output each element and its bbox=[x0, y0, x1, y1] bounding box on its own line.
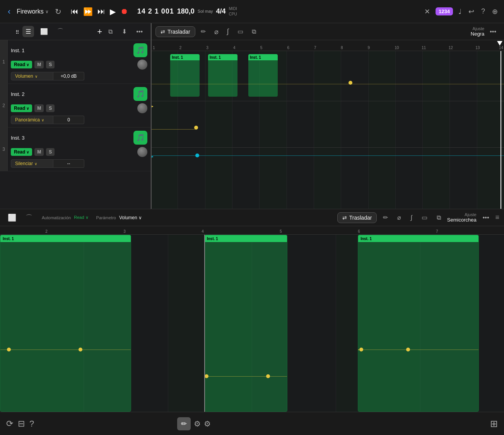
curve-tool-button[interactable]: ∫ bbox=[224, 26, 232, 38]
time-signature[interactable]: 4/4 bbox=[216, 7, 226, 15]
window-view-button[interactable]: ⬜ bbox=[37, 26, 51, 37]
bottom-loop-icon[interactable]: ⟳ bbox=[6, 419, 13, 429]
copy-tool-button[interactable]: ⧉ bbox=[249, 26, 259, 37]
add-track-button[interactable]: ⠿ bbox=[15, 27, 19, 36]
key-display: Sol may bbox=[198, 9, 213, 14]
bottom-pen-button[interactable]: ✏ bbox=[380, 212, 391, 223]
bottom-window-button[interactable]: ⬜ bbox=[5, 212, 19, 224]
track-2-auto-dot bbox=[194, 126, 198, 130]
bottom-curve-tool-button[interactable]: ∫ bbox=[407, 212, 415, 223]
track-3-auto-line bbox=[151, 155, 504, 156]
track-1-read-button[interactable]: Read ∨ bbox=[11, 61, 32, 68]
track-1-volume-knob[interactable] bbox=[137, 60, 147, 70]
bottom-clip-2[interactable]: Inst. 1 ▶ bbox=[204, 235, 287, 412]
track-3-solo-button[interactable]: S bbox=[46, 148, 55, 156]
track-3-number: 3 bbox=[0, 128, 8, 171]
track-1-param-label[interactable]: Volumen ∨ bbox=[11, 72, 53, 80]
rewind-button[interactable]: ⏮ bbox=[71, 7, 79, 16]
bottom-help-icon[interactable]: ? bbox=[29, 419, 34, 429]
track-2-param-label[interactable]: Panorámica ∨ bbox=[11, 116, 53, 124]
loop-button[interactable]: ↻ bbox=[55, 7, 62, 16]
undo-icon[interactable]: ↩ bbox=[467, 6, 476, 17]
count-badge[interactable]: 1234 bbox=[436, 7, 453, 15]
track-3-row: 3 Inst. 3 🎵 Read ∨ M S bbox=[0, 128, 150, 171]
curve-view-button[interactable]: ⌒ bbox=[54, 26, 67, 38]
bottom-brush-button[interactable]: ⌀ bbox=[394, 212, 404, 223]
add-button[interactable]: + bbox=[97, 27, 102, 37]
bottom-canvas[interactable]: Inst. 1 Inst. 1 ▶ bbox=[0, 235, 504, 412]
position-value[interactable]: 14 2 1 001 bbox=[137, 7, 174, 15]
more-toolbar-button[interactable]: ••• bbox=[487, 26, 499, 37]
close-icon[interactable]: ✕ bbox=[423, 6, 432, 17]
help-icon[interactable]: ? bbox=[480, 6, 487, 17]
bottom-ruler-4: 4 bbox=[202, 229, 204, 234]
param-value-select[interactable]: Volumen ∨ bbox=[119, 215, 142, 220]
ruler-mark-8: 8 bbox=[341, 46, 343, 50]
parameter-info: Parámetro Volumen ∨ bbox=[96, 215, 142, 220]
skip-back-button[interactable]: ⏭ bbox=[97, 7, 105, 16]
bottom-clip-1[interactable]: Inst. 1 bbox=[0, 235, 131, 412]
settings-tool-icon[interactable]: ⚙ bbox=[194, 419, 201, 428]
track-2-read-button[interactable]: Read ∨ bbox=[11, 104, 32, 112]
track-2-mute-button[interactable]: M bbox=[34, 104, 44, 112]
tempo-value[interactable]: 180,0 bbox=[177, 7, 195, 15]
track-2-param: Panorámica ∨ 0 bbox=[11, 116, 147, 124]
track-1-mute-button[interactable]: M bbox=[34, 61, 44, 68]
track-3-param-value: -- bbox=[53, 159, 84, 168]
track-2-volume-knob[interactable] bbox=[137, 103, 147, 113]
list-view-button[interactable]: ☰ bbox=[22, 26, 34, 37]
track-3-lane bbox=[151, 148, 504, 209]
pencil-tool-active[interactable]: ✏ bbox=[177, 417, 191, 430]
track-2-instrument-icon[interactable]: 🎵 bbox=[133, 87, 147, 101]
track-1-clip-2[interactable]: Inst. 1 bbox=[208, 54, 237, 97]
pen-tool-button[interactable]: ✏ bbox=[198, 26, 209, 37]
track-2-solo-button[interactable]: S bbox=[46, 104, 55, 112]
track-2-row: 2 Inst. 2 🎵 Read ∨ M S bbox=[0, 84, 150, 128]
track-3-volume-knob[interactable] bbox=[137, 147, 147, 157]
bottom-curve-button[interactable]: ⌒ bbox=[22, 211, 36, 224]
midi-cpu-display: MIDI CPU bbox=[229, 6, 237, 17]
track-2-lane bbox=[151, 101, 504, 148]
ajuste-display: Ajuste Negra bbox=[471, 26, 484, 37]
track-headers: ⠿ ☰ ⬜ ⌒ + ⧉ ⬇ ••• 1 Inst. 1 🎵 bbox=[0, 23, 151, 209]
track-3-param-label[interactable]: Silenciar ∨ bbox=[11, 159, 53, 168]
track-1-instrument-icon[interactable]: 🎵 bbox=[133, 43, 147, 57]
bottom-clip-3[interactable]: Inst. 1 ▶ bbox=[358, 235, 479, 412]
automation-mode[interactable]: Read ∨ bbox=[74, 215, 88, 220]
select-tool-button[interactable]: ▭ bbox=[234, 26, 246, 37]
bottom-center-tools: ✏ ⚙ ⚙ bbox=[177, 417, 211, 430]
import-button[interactable]: ⬇ bbox=[119, 26, 130, 37]
ruler-mark-4: 4 bbox=[233, 46, 236, 50]
tracks-canvas[interactable]: Inst. 1 Inst. 1 Inst. 1 ▶ bbox=[151, 51, 504, 209]
metronome-icon[interactable]: ♩ bbox=[457, 6, 463, 17]
secondary-toolbar: ⇄ Trasladar ✏ ⌀ ∫ ▭ ⧉ Ajuste Negra ••• bbox=[151, 23, 504, 40]
copy-tracks-button[interactable]: ⧉ bbox=[105, 26, 116, 37]
track-3-instrument-icon[interactable]: 🎵 bbox=[133, 131, 147, 145]
position-display: 14 2 1 001 180,0 Sol may 4/4 MIDI CPU bbox=[137, 6, 237, 17]
track-3-left-arrow: ▶ bbox=[151, 154, 154, 159]
trasladar-button[interactable]: ⇄ Trasladar bbox=[155, 26, 195, 37]
track-1-solo-button[interactable]: S bbox=[46, 61, 55, 68]
back-button[interactable]: ‹ bbox=[5, 5, 14, 18]
brush-tool-button[interactable]: ⌀ bbox=[211, 26, 222, 38]
track-3-mute-button[interactable]: M bbox=[34, 148, 44, 156]
track-1-clip-1[interactable]: Inst. 1 bbox=[170, 54, 200, 97]
timeline-ruler: 1 2 3 4 5 6 7 8 9 10 11 12 13 14 bbox=[151, 40, 504, 51]
ruler-mark-2: 2 bbox=[179, 46, 182, 50]
bottom-trasladar-button[interactable]: ⇄ Trasladar bbox=[337, 212, 377, 223]
fast-forward-button[interactable]: ⏩ bbox=[83, 7, 93, 16]
record-button[interactable]: ⏺ bbox=[120, 7, 128, 16]
bottom-select-button[interactable]: ▭ bbox=[419, 212, 431, 223]
track-1-clip-3[interactable]: Inst. 1 bbox=[248, 54, 278, 97]
bottom-minus-icon[interactable]: ⊟ bbox=[18, 419, 25, 429]
track-3-read-button[interactable]: Read ∨ bbox=[11, 148, 32, 156]
bottom-copy-button[interactable]: ⧉ bbox=[434, 212, 444, 223]
play-button[interactable]: ▶ bbox=[110, 7, 116, 16]
bottom-more-button[interactable]: ••• bbox=[480, 212, 492, 223]
piano-roll-icon[interactable]: ⊞ bbox=[490, 418, 498, 429]
more-options-button[interactable]: ••• bbox=[133, 26, 146, 37]
project-name[interactable]: Fireworks ∨ bbox=[17, 8, 48, 15]
track-3-mode-row: Read ∨ M S bbox=[11, 147, 147, 157]
add-icon[interactable]: ⊕ bbox=[490, 6, 499, 17]
equalizer-tool-icon[interactable]: ⚙ bbox=[204, 419, 211, 428]
